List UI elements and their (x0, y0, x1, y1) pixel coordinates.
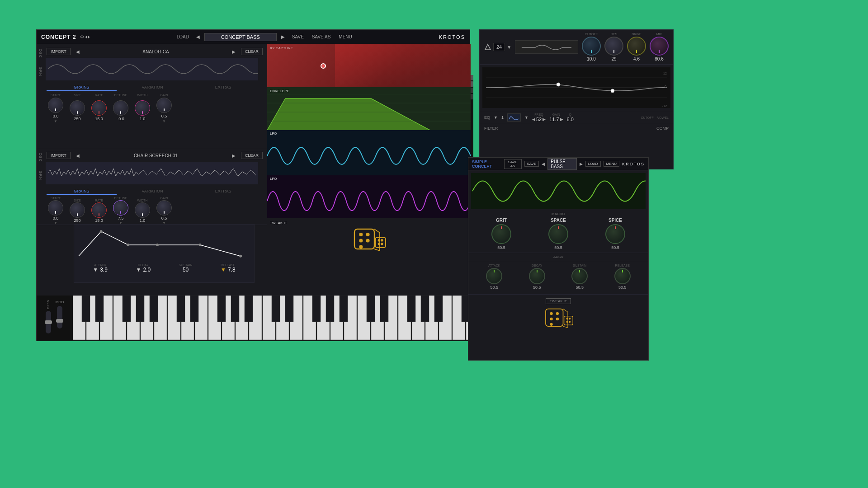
tweak-dice-icon[interactable] (351, 226, 387, 253)
piano-keys-svg[interactable] (73, 296, 471, 341)
svg-rect-67 (326, 296, 334, 322)
save-button[interactable]: SAVE (289, 33, 307, 40)
drive-knob[interactable] (627, 37, 646, 56)
menu-button[interactable]: MENU (336, 33, 354, 40)
osc2-tab-variation[interactable]: VARIATION (118, 188, 188, 195)
mod-slider[interactable] (57, 306, 62, 328)
osc1-gain-knob[interactable] (156, 98, 172, 113)
second-sustain-group: SUSTAIN 50.5 (571, 264, 588, 290)
cutoff-knob[interactable] (582, 37, 601, 56)
second-menu-button[interactable]: MENU (604, 161, 620, 167)
osc2-size-group: SIZE 250 (68, 199, 86, 223)
pitch-slider[interactable] (46, 311, 51, 333)
osc2-section: OSC GRN IMPORT ◀ CHAIR SCREECH 01 ▶ CLEA… (37, 148, 267, 225)
osc2-start-knob[interactable] (48, 200, 63, 216)
svg-point-93 (569, 321, 571, 323)
eq-freq-group: FREQ ◀ 52 ▶ (532, 113, 546, 122)
osc2-prev[interactable]: ◀ (74, 152, 81, 159)
osc2-gain-val: 0.5 (161, 216, 167, 221)
second-sustain-knob[interactable] (571, 268, 588, 284)
second-load-button[interactable]: LOAD (585, 161, 601, 167)
svg-point-23 (381, 243, 383, 245)
adsr-display: ATTACK ▼ 3.9 DECAY ▼ 2.0 SUSTAIN 50 RELE… (74, 224, 255, 283)
second-release-knob[interactable] (614, 268, 631, 284)
eq-freq-val: 52 (536, 117, 542, 122)
osc1-detune-knob[interactable] (113, 100, 128, 116)
osc2-gain-knob[interactable] (156, 200, 172, 216)
cutoff-indicator (591, 50, 592, 53)
second-preset-next[interactable]: ▶ (580, 162, 583, 166)
osc1-tab-grains[interactable]: GRAINS (47, 84, 117, 91)
osc2-tab-grains[interactable]: GRAINS (47, 188, 117, 195)
osc1-start-knob[interactable] (48, 98, 63, 113)
filter-shape-display (515, 40, 578, 54)
second-save-button[interactable]: SAVE (524, 161, 539, 167)
osc1-rate-knob[interactable] (91, 100, 107, 116)
cutoff2-label: CUTOFF (641, 116, 653, 119)
svg-rect-13 (354, 229, 374, 249)
osc1-prev[interactable]: ◀ (74, 48, 81, 55)
xy-dot[interactable] (321, 63, 326, 69)
second-save-as-button[interactable]: SAVE AS (504, 159, 522, 169)
spice-val: 50.5 (611, 245, 619, 250)
svg-rect-63 (245, 296, 253, 322)
adsr-release-display: ▼ 7.8 (221, 267, 236, 273)
spice-knob[interactable] (605, 224, 625, 244)
osc1-next[interactable]: ▶ (230, 48, 237, 55)
lfo2-section: LFO (267, 175, 471, 218)
load-button[interactable]: LOAD (174, 33, 192, 40)
svg-marker-5 (267, 99, 430, 130)
osc1-tab-variation[interactable]: VARIATION (118, 84, 188, 91)
mix-val: 80.6 (655, 56, 663, 61)
osc2-next[interactable]: ▶ (230, 152, 237, 159)
preset-next-arrow[interactable]: ▶ (279, 33, 287, 40)
drive-label: DRIVE (632, 33, 641, 36)
second-release-group: RELEASE 50.5 (614, 264, 631, 290)
spice-label: SPICE (609, 218, 622, 223)
filter-shape-btn[interactable] (507, 113, 521, 122)
osc2-width-knob[interactable] (135, 202, 150, 218)
save-as-button[interactable]: SAVE AS (309, 33, 334, 40)
osc1-size-label: SIZE (68, 94, 86, 97)
grn1-label: GRN (38, 67, 42, 76)
svg-point-85 (556, 312, 559, 315)
osc1-size-group: 250 (68, 100, 86, 121)
second-decay-knob[interactable] (529, 268, 545, 284)
osc1-size-knob[interactable] (70, 100, 85, 116)
semitone-dropdown[interactable]: ▼ (507, 45, 511, 50)
osc2-rate-label: RATE (95, 199, 103, 202)
osc1-import-button[interactable]: IMPORT (47, 48, 71, 55)
osc2-width-label: WIDTH (137, 199, 148, 202)
mix-knob[interactable] (650, 37, 669, 56)
osc1-clear-button[interactable]: CLEAR (241, 48, 263, 55)
osc2-size-knob[interactable] (70, 202, 85, 218)
second-dice-icon[interactable] (542, 306, 574, 331)
svg-rect-89 (564, 316, 573, 325)
osc1-tab-extras[interactable]: EXTRAS (188, 84, 258, 91)
eq-q-label: Q (569, 113, 571, 116)
second-preset-prev[interactable]: ◀ (542, 162, 545, 166)
adsr-attack-label: ATTACK (94, 263, 106, 267)
osc2-label: OSC (38, 153, 42, 162)
res-knob[interactable] (604, 37, 623, 56)
second-sustain-val: 50.5 (576, 285, 584, 290)
osc2-clear-button[interactable]: CLEAR (241, 152, 263, 159)
second-attack-knob[interactable] (486, 268, 502, 284)
semitone-value[interactable]: 24 (493, 43, 505, 51)
svg-rect-66 (312, 296, 321, 322)
svg-rect-62 (231, 296, 239, 322)
osc2-detune-knob[interactable] (113, 200, 128, 216)
osc2-import-button[interactable]: IMPORT (47, 152, 71, 159)
octave-icon (484, 43, 491, 51)
osc1-width-knob[interactable] (135, 100, 150, 116)
preset-prev-arrow[interactable]: ◀ (194, 33, 202, 40)
lfo1-section: LFO (267, 130, 471, 175)
svg-point-84 (550, 312, 552, 315)
svg-point-3 (199, 244, 202, 246)
osc2-rate-knob[interactable] (91, 202, 107, 218)
eq-q-group: Q 6.0 (567, 113, 574, 122)
osc2-tab-extras[interactable]: EXTRAS (188, 188, 258, 195)
space-knob[interactable] (548, 224, 568, 244)
grit-knob[interactable] (491, 224, 511, 244)
pitch-label: Pitch (46, 300, 50, 309)
